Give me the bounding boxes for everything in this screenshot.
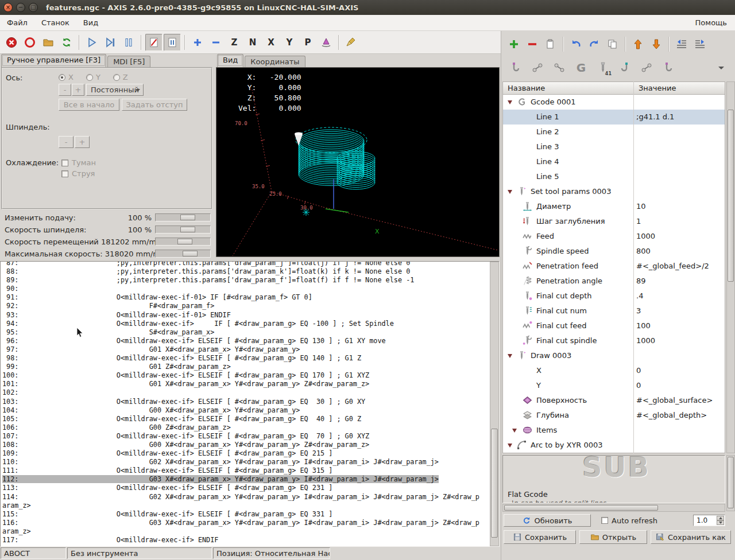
- tree-row[interactable]: Gcode 0001: [503, 95, 725, 110]
- reload-file-button[interactable]: [58, 34, 75, 51]
- jog-mode-select[interactable]: Постоянный: [86, 84, 144, 96]
- move-feature-up-button[interactable]: [629, 36, 647, 53]
- menu-item[interactable]: Вид: [76, 16, 105, 29]
- spin-down-icon[interactable]: [717, 520, 724, 525]
- override-slider[interactable]: [155, 213, 211, 221]
- tree-row[interactable]: Final cut spindle1000: [503, 333, 725, 348]
- optional-pause-toggle-button[interactable]: [164, 34, 181, 51]
- override-slider[interactable]: [155, 225, 211, 234]
- coolant-checkbox[interactable]: Струя: [61, 168, 96, 179]
- zoom-out-button[interactable]: [207, 34, 225, 51]
- override-slider[interactable]: [155, 250, 211, 258]
- save-button[interactable]: Сохранить: [504, 530, 576, 544]
- tab[interactable]: Координаты: [245, 56, 305, 67]
- tree-row[interactable]: Arc to by XYR 0003: [503, 438, 725, 453]
- block-delete-toggle-button[interactable]: [145, 34, 163, 51]
- expander-icon[interactable]: [508, 354, 512, 358]
- coolant-checkbox[interactable]: Туман: [61, 157, 96, 168]
- tree-row[interactable]: Penetration feed#<_global_feed>/2: [503, 259, 725, 274]
- axis-radio[interactable]: Y: [86, 73, 100, 81]
- pause-program-button[interactable]: [120, 34, 137, 51]
- feature-button-2-button[interactable]: [527, 58, 548, 77]
- step-program-button[interactable]: [102, 34, 119, 51]
- expander-icon[interactable]: [508, 190, 512, 194]
- gcode-text-area[interactable]: 87: ;py,interpreter.this.params['draw_pa…: [0, 261, 500, 547]
- expander-icon[interactable]: [508, 100, 512, 104]
- refresh-button[interactable]: Обновить: [504, 514, 591, 527]
- axis-radio[interactable]: X: [59, 73, 74, 81]
- slider-thumb[interactable]: [183, 251, 198, 256]
- tree-row[interactable]: Draw 0003: [503, 348, 725, 363]
- spindle-minus-button[interactable]: -: [59, 136, 74, 148]
- expander-icon[interactable]: [512, 429, 517, 433]
- save-as-button[interactable]: Сохранить как: [651, 530, 731, 544]
- add-feature-button[interactable]: [505, 36, 523, 53]
- scrollbar-thumb[interactable]: [728, 110, 734, 282]
- tree-row[interactable]: Final cut feed100: [503, 318, 725, 333]
- slider-thumb[interactable]: [177, 239, 192, 244]
- expander-icon[interactable]: [508, 444, 512, 448]
- touch-off-button[interactable]: Задать отступ: [122, 99, 187, 111]
- tree-row[interactable]: Line 2: [503, 125, 725, 139]
- home-all-button[interactable]: Все в начало: [59, 99, 119, 111]
- machine-power-button[interactable]: [21, 34, 38, 51]
- preview-3d-view[interactable]: 70.035.025.030.0 X X: -20.000 Y: 0.000 Z…: [216, 67, 500, 257]
- tree-row[interactable]: Line 4: [503, 154, 725, 169]
- view-perspective-button[interactable]: P: [299, 34, 316, 51]
- tree-vertical-scrollbar[interactable]: [726, 81, 735, 453]
- feature-button-6-button[interactable]: [614, 58, 635, 77]
- tab[interactable]: Вид: [217, 54, 243, 67]
- close-button[interactable]: ×: [3, 3, 13, 12]
- maximize-button[interactable]: □: [29, 3, 38, 12]
- duplicate-feature-button[interactable]: [542, 36, 559, 53]
- menu-item[interactable]: Файл: [0, 16, 34, 29]
- view-rotated-top-button[interactable]: N: [244, 34, 261, 51]
- rotate-view-button[interactable]: [318, 34, 335, 51]
- menu-help[interactable]: Помощь: [687, 16, 735, 29]
- tree-row[interactable]: Line 5: [503, 169, 725, 184]
- menu-item[interactable]: Станок: [34, 16, 76, 29]
- tree-header[interactable]: Название Значение: [502, 81, 725, 95]
- help-horizontal-scrollbar[interactable]: [502, 504, 725, 512]
- indent-feature-button[interactable]: [691, 36, 709, 53]
- clear-live-plot-button[interactable]: [343, 34, 360, 51]
- minimize-button[interactable]: −: [16, 3, 25, 12]
- tree-row[interactable]: Penetration angle89: [503, 274, 725, 289]
- estop-button[interactable]: [3, 34, 20, 51]
- tree-row[interactable]: Диаметр10: [503, 199, 725, 214]
- zoom-in-button[interactable]: [189, 34, 206, 51]
- tree-column-name[interactable]: Название: [503, 82, 634, 94]
- title-bar[interactable]: ×−□ features.ngc - AXIS 2.6.0-pre0-4385-…: [0, 0, 735, 15]
- slider-thumb[interactable]: [180, 227, 195, 232]
- move-feature-down-button[interactable]: [648, 36, 665, 53]
- remove-feature-button[interactable]: [524, 36, 541, 53]
- feature-button-7-button[interactable]: [636, 58, 657, 77]
- copy-feature-button[interactable]: [604, 36, 621, 53]
- feature-button-1-button[interactable]: [505, 58, 526, 77]
- tree-row[interactable]: X0: [503, 363, 725, 378]
- tree-row[interactable]: Поверхность#<_global_surface>: [503, 393, 725, 408]
- feature-button-4-button[interactable]: G: [571, 58, 591, 77]
- tree-column-value[interactable]: Значение: [634, 82, 676, 94]
- spindle-plus-button[interactable]: +: [75, 136, 90, 148]
- tree-row[interactable]: Set tool params 0003: [503, 184, 725, 199]
- tree-row[interactable]: Feed1000: [503, 229, 725, 244]
- view-front-button[interactable]: Y: [281, 34, 298, 51]
- override-slider[interactable]: [155, 238, 211, 246]
- tree-row[interactable]: Spindle speed800: [503, 244, 725, 259]
- run-program-button[interactable]: [83, 34, 100, 51]
- feature-button-5-button[interactable]: 41: [593, 58, 613, 77]
- help-vertical-scrollbar[interactable]: [726, 455, 735, 511]
- tab[interactable]: MDI [F5]: [107, 56, 150, 67]
- features-menu-button[interactable]: [711, 58, 732, 77]
- jog-plus-button[interactable]: +: [72, 84, 84, 96]
- view-side-button[interactable]: X: [262, 34, 280, 51]
- undo-button[interactable]: [567, 36, 585, 53]
- spin-up-icon[interactable]: [717, 516, 724, 520]
- scrollbar-thumb[interactable]: [728, 457, 734, 508]
- jog-minus-button[interactable]: -: [59, 84, 71, 96]
- view-top-button[interactable]: Z: [226, 34, 243, 51]
- tree-row[interactable]: Final cut depth.4: [503, 289, 725, 304]
- slider-thumb[interactable]: [180, 215, 195, 220]
- tree-row[interactable]: Шаг заглубления1: [503, 214, 725, 229]
